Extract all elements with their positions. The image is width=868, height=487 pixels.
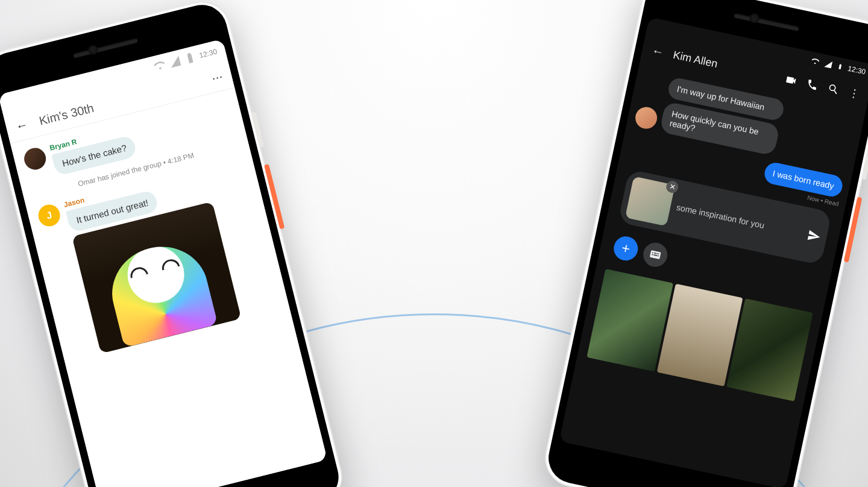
back-icon[interactable]: ← xyxy=(650,43,665,60)
chat-body: Bryan R How's the cake? Omar has joined … xyxy=(10,88,327,487)
keyboard-button[interactable] xyxy=(641,240,669,269)
back-icon[interactable]: ← xyxy=(14,118,30,134)
battery-icon xyxy=(183,51,197,65)
more-icon[interactable]: ⋮ xyxy=(210,71,225,83)
remove-attachment-icon[interactable]: ✕ xyxy=(665,180,679,194)
avatar[interactable] xyxy=(634,105,659,131)
signal-icon xyxy=(823,59,834,69)
video-icon[interactable] xyxy=(784,73,799,87)
more-icon[interactable]: ⋮ xyxy=(848,86,861,101)
status-time: 12:30 xyxy=(198,47,218,60)
plus-icon xyxy=(618,241,633,256)
avatar[interactable] xyxy=(22,146,48,172)
phone-icon[interactable] xyxy=(805,77,820,92)
send-icon[interactable] xyxy=(806,228,822,244)
battery-icon xyxy=(836,62,844,72)
add-button[interactable] xyxy=(612,234,640,263)
earpiece xyxy=(73,37,139,58)
gallery-thumbnail[interactable] xyxy=(727,298,813,401)
wifi-icon xyxy=(810,57,820,67)
avatar-initial: J xyxy=(45,210,53,222)
status-time: 12:30 xyxy=(847,64,866,76)
cake-illustration xyxy=(102,237,218,348)
volume-button xyxy=(844,196,863,262)
phone-light: 12:30 ← Kim's 30th ⋮ Bryan R How's the c… xyxy=(0,0,348,487)
attachment-thumbnail[interactable]: ✕ xyxy=(625,176,675,226)
wifi-icon xyxy=(153,58,167,73)
phone-dark: 12:30 ← Kim Allen ⋮ I'm way up for Hawai… xyxy=(539,0,868,487)
compose-text[interactable]: some inspiration for you xyxy=(676,202,803,238)
avatar[interactable]: J xyxy=(36,203,63,229)
keyboard-icon xyxy=(648,248,662,262)
power-button xyxy=(861,143,868,180)
power-button xyxy=(251,112,264,148)
search-icon[interactable] xyxy=(826,82,841,96)
chat-body: I'm way up for Hawaiian How quickly can … xyxy=(559,62,866,487)
signal-icon xyxy=(168,54,182,69)
earpiece xyxy=(734,13,799,31)
